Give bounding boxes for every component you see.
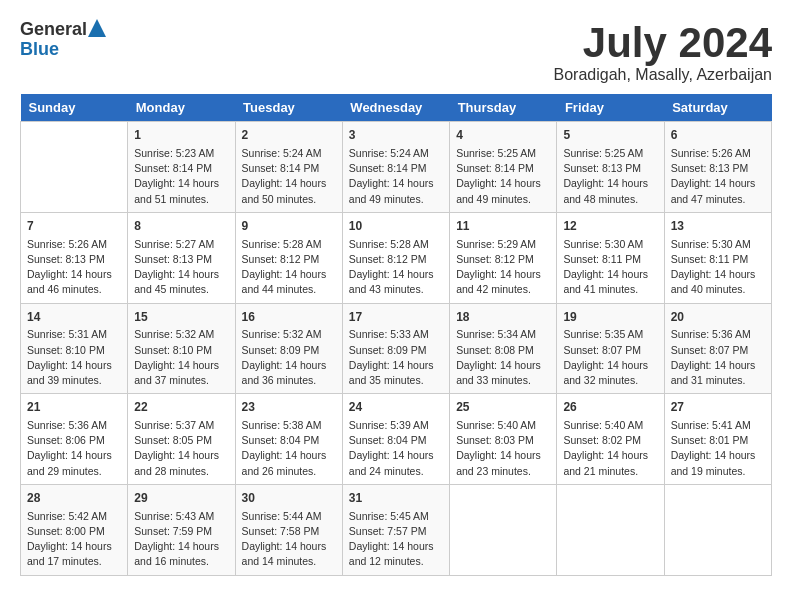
day-info: Sunrise: 5:40 AMSunset: 8:02 PMDaylight:… xyxy=(563,418,657,479)
logo-icon xyxy=(88,19,106,37)
day-info: Sunrise: 5:29 AMSunset: 8:12 PMDaylight:… xyxy=(456,237,550,298)
day-info: Sunrise: 5:32 AMSunset: 8:09 PMDaylight:… xyxy=(242,327,336,388)
day-info: Sunrise: 5:42 AMSunset: 8:00 PMDaylight:… xyxy=(27,509,121,570)
day-number: 7 xyxy=(27,218,121,235)
day-cell: 22Sunrise: 5:37 AMSunset: 8:05 PMDayligh… xyxy=(128,394,235,485)
day-cell: 31Sunrise: 5:45 AMSunset: 7:57 PMDayligh… xyxy=(342,484,449,575)
day-cell: 24Sunrise: 5:39 AMSunset: 8:04 PMDayligh… xyxy=(342,394,449,485)
calendar-body: 1Sunrise: 5:23 AMSunset: 8:14 PMDaylight… xyxy=(21,122,772,575)
day-info: Sunrise: 5:43 AMSunset: 7:59 PMDaylight:… xyxy=(134,509,228,570)
day-number: 26 xyxy=(563,399,657,416)
calendar-header-row: SundayMondayTuesdayWednesdayThursdayFrid… xyxy=(21,94,772,122)
day-number: 4 xyxy=(456,127,550,144)
day-info: Sunrise: 5:36 AMSunset: 8:07 PMDaylight:… xyxy=(671,327,765,388)
column-header-sunday: Sunday xyxy=(21,94,128,122)
day-cell xyxy=(664,484,771,575)
day-info: Sunrise: 5:31 AMSunset: 8:10 PMDaylight:… xyxy=(27,327,121,388)
day-info: Sunrise: 5:30 AMSunset: 8:11 PMDaylight:… xyxy=(671,237,765,298)
day-cell: 15Sunrise: 5:32 AMSunset: 8:10 PMDayligh… xyxy=(128,303,235,394)
day-cell: 7Sunrise: 5:26 AMSunset: 8:13 PMDaylight… xyxy=(21,212,128,303)
header: General Blue July 2024 Boradigah, Masall… xyxy=(20,20,772,84)
week-row-3: 14Sunrise: 5:31 AMSunset: 8:10 PMDayligh… xyxy=(21,303,772,394)
day-info: Sunrise: 5:44 AMSunset: 7:58 PMDaylight:… xyxy=(242,509,336,570)
day-number: 17 xyxy=(349,309,443,326)
subtitle: Boradigah, Masally, Azerbaijan xyxy=(554,66,773,84)
day-number: 20 xyxy=(671,309,765,326)
day-cell: 3Sunrise: 5:24 AMSunset: 8:14 PMDaylight… xyxy=(342,122,449,213)
day-number: 12 xyxy=(563,218,657,235)
day-number: 2 xyxy=(242,127,336,144)
day-number: 19 xyxy=(563,309,657,326)
day-number: 23 xyxy=(242,399,336,416)
day-number: 8 xyxy=(134,218,228,235)
day-info: Sunrise: 5:41 AMSunset: 8:01 PMDaylight:… xyxy=(671,418,765,479)
day-cell: 29Sunrise: 5:43 AMSunset: 7:59 PMDayligh… xyxy=(128,484,235,575)
day-number: 21 xyxy=(27,399,121,416)
day-cell: 26Sunrise: 5:40 AMSunset: 8:02 PMDayligh… xyxy=(557,394,664,485)
day-info: Sunrise: 5:25 AMSunset: 8:14 PMDaylight:… xyxy=(456,146,550,207)
day-info: Sunrise: 5:28 AMSunset: 8:12 PMDaylight:… xyxy=(242,237,336,298)
week-row-5: 28Sunrise: 5:42 AMSunset: 8:00 PMDayligh… xyxy=(21,484,772,575)
day-cell: 16Sunrise: 5:32 AMSunset: 8:09 PMDayligh… xyxy=(235,303,342,394)
day-cell: 1Sunrise: 5:23 AMSunset: 8:14 PMDaylight… xyxy=(128,122,235,213)
svg-marker-0 xyxy=(88,19,106,37)
day-cell xyxy=(557,484,664,575)
day-cell: 18Sunrise: 5:34 AMSunset: 8:08 PMDayligh… xyxy=(450,303,557,394)
day-number: 25 xyxy=(456,399,550,416)
day-number: 29 xyxy=(134,490,228,507)
day-cell: 30Sunrise: 5:44 AMSunset: 7:58 PMDayligh… xyxy=(235,484,342,575)
day-number: 28 xyxy=(27,490,121,507)
day-cell: 28Sunrise: 5:42 AMSunset: 8:00 PMDayligh… xyxy=(21,484,128,575)
day-info: Sunrise: 5:23 AMSunset: 8:14 PMDaylight:… xyxy=(134,146,228,207)
day-cell: 8Sunrise: 5:27 AMSunset: 8:13 PMDaylight… xyxy=(128,212,235,303)
logo: General Blue xyxy=(20,20,106,60)
calendar-table: SundayMondayTuesdayWednesdayThursdayFrid… xyxy=(20,94,772,575)
day-cell xyxy=(450,484,557,575)
week-row-1: 1Sunrise: 5:23 AMSunset: 8:14 PMDaylight… xyxy=(21,122,772,213)
day-cell: 14Sunrise: 5:31 AMSunset: 8:10 PMDayligh… xyxy=(21,303,128,394)
day-number: 22 xyxy=(134,399,228,416)
title-area: July 2024 Boradigah, Masally, Azerbaijan xyxy=(554,20,773,84)
column-header-friday: Friday xyxy=(557,94,664,122)
day-info: Sunrise: 5:30 AMSunset: 8:11 PMDaylight:… xyxy=(563,237,657,298)
day-number: 14 xyxy=(27,309,121,326)
day-number: 10 xyxy=(349,218,443,235)
day-cell: 25Sunrise: 5:40 AMSunset: 8:03 PMDayligh… xyxy=(450,394,557,485)
day-cell: 12Sunrise: 5:30 AMSunset: 8:11 PMDayligh… xyxy=(557,212,664,303)
day-cell: 20Sunrise: 5:36 AMSunset: 8:07 PMDayligh… xyxy=(664,303,771,394)
day-info: Sunrise: 5:24 AMSunset: 8:14 PMDaylight:… xyxy=(349,146,443,207)
day-info: Sunrise: 5:36 AMSunset: 8:06 PMDaylight:… xyxy=(27,418,121,479)
day-number: 18 xyxy=(456,309,550,326)
day-info: Sunrise: 5:37 AMSunset: 8:05 PMDaylight:… xyxy=(134,418,228,479)
day-number: 13 xyxy=(671,218,765,235)
day-info: Sunrise: 5:35 AMSunset: 8:07 PMDaylight:… xyxy=(563,327,657,388)
column-header-monday: Monday xyxy=(128,94,235,122)
column-header-thursday: Thursday xyxy=(450,94,557,122)
day-cell: 17Sunrise: 5:33 AMSunset: 8:09 PMDayligh… xyxy=(342,303,449,394)
day-info: Sunrise: 5:40 AMSunset: 8:03 PMDaylight:… xyxy=(456,418,550,479)
day-cell: 4Sunrise: 5:25 AMSunset: 8:14 PMDaylight… xyxy=(450,122,557,213)
day-cell: 11Sunrise: 5:29 AMSunset: 8:12 PMDayligh… xyxy=(450,212,557,303)
month-title: July 2024 xyxy=(554,20,773,66)
day-number: 27 xyxy=(671,399,765,416)
column-header-saturday: Saturday xyxy=(664,94,771,122)
day-cell: 5Sunrise: 5:25 AMSunset: 8:13 PMDaylight… xyxy=(557,122,664,213)
day-info: Sunrise: 5:25 AMSunset: 8:13 PMDaylight:… xyxy=(563,146,657,207)
day-info: Sunrise: 5:28 AMSunset: 8:12 PMDaylight:… xyxy=(349,237,443,298)
day-info: Sunrise: 5:26 AMSunset: 8:13 PMDaylight:… xyxy=(671,146,765,207)
day-cell: 19Sunrise: 5:35 AMSunset: 8:07 PMDayligh… xyxy=(557,303,664,394)
day-info: Sunrise: 5:45 AMSunset: 7:57 PMDaylight:… xyxy=(349,509,443,570)
day-cell: 13Sunrise: 5:30 AMSunset: 8:11 PMDayligh… xyxy=(664,212,771,303)
week-row-2: 7Sunrise: 5:26 AMSunset: 8:13 PMDaylight… xyxy=(21,212,772,303)
day-number: 30 xyxy=(242,490,336,507)
column-header-tuesday: Tuesday xyxy=(235,94,342,122)
day-cell: 9Sunrise: 5:28 AMSunset: 8:12 PMDaylight… xyxy=(235,212,342,303)
day-number: 3 xyxy=(349,127,443,144)
day-cell: 21Sunrise: 5:36 AMSunset: 8:06 PMDayligh… xyxy=(21,394,128,485)
day-number: 9 xyxy=(242,218,336,235)
day-number: 24 xyxy=(349,399,443,416)
day-number: 5 xyxy=(563,127,657,144)
logo-blue-text: Blue xyxy=(20,40,59,60)
day-number: 16 xyxy=(242,309,336,326)
day-info: Sunrise: 5:33 AMSunset: 8:09 PMDaylight:… xyxy=(349,327,443,388)
